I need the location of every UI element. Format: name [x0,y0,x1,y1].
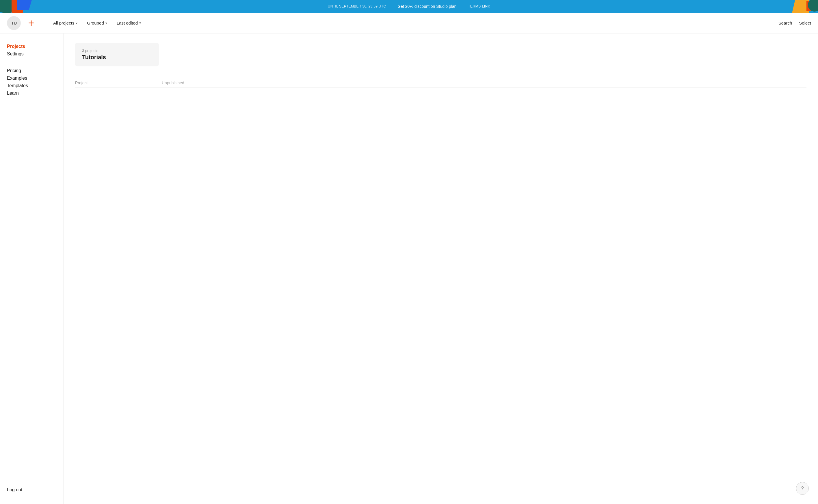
top-nav: TU + All projects ∨ Grouped ∨ Last edite… [0,13,818,33]
search-button[interactable]: Search [778,20,792,25]
nav-right-actions: Search Select [778,20,811,25]
select-button[interactable]: Select [799,20,811,25]
all-projects-label: All projects [53,20,74,25]
project-group-name: Tutorials [82,54,152,61]
sidebar-item-templates[interactable]: Templates [7,82,56,89]
project-list-area: Project Unpublished [75,78,806,88]
nav-filters: All projects ∨ Grouped ∨ Last edited ∨ [50,19,778,27]
sidebar-item-learn[interactable]: Learn [7,89,56,97]
avatar[interactable]: TU [7,16,21,30]
sidebar-item-settings[interactable]: Settings [7,50,56,58]
all-projects-filter[interactable]: All projects ∨ [50,19,81,27]
app-body: Projects Settings Pricing Examples Templ… [0,33,818,504]
corner-blue-left [17,0,32,10]
plus-icon: + [28,18,34,28]
sidebar-divider [7,62,56,66]
sidebar: Projects Settings Pricing Examples Templ… [0,33,64,504]
last-edited-filter[interactable]: Last edited ∨ [113,19,145,27]
promo-until-text: UNTIL SEPTEMBER 30, 23:59 UTC [328,4,386,8]
sidebar-item-projects[interactable]: Projects [7,43,56,50]
promo-terms-link[interactable]: TERMS LINK [468,4,490,8]
last-edited-label: Last edited [117,20,138,25]
logout-button[interactable]: Log out [7,487,22,492]
new-project-button[interactable]: + [24,16,38,30]
main-content: 3 projects Tutorials Project Unpublished [64,33,818,504]
sidebar-main-section: Projects Settings [7,43,56,58]
promo-banner: UNTIL SEPTEMBER 30, 23:59 UTC Get 20% di… [0,0,818,13]
promo-corner-right [783,0,818,13]
sidebar-item-examples[interactable]: Examples [7,74,56,82]
grouped-label: Grouped [87,20,104,25]
grouped-filter[interactable]: Grouped ∨ [83,19,111,27]
grouped-chevron: ∨ [105,21,107,25]
sidebar-extra-section: Pricing Examples Templates Learn [7,67,56,97]
sidebar-item-pricing[interactable]: Pricing [7,67,56,74]
project-list-header: Project Unpublished [75,78,806,88]
project-col-status: Unpublished [162,81,184,85]
project-group-card[interactable]: 3 projects Tutorials [75,43,159,66]
help-button[interactable]: ? [796,482,809,495]
promo-corner-left [0,0,35,13]
last-edited-chevron: ∨ [139,21,141,25]
all-projects-chevron: ∨ [75,21,78,25]
promo-main-text: Get 20% discount on Studio plan [397,4,457,9]
project-col-name: Project [75,81,162,85]
project-group-count: 3 projects [82,48,152,53]
